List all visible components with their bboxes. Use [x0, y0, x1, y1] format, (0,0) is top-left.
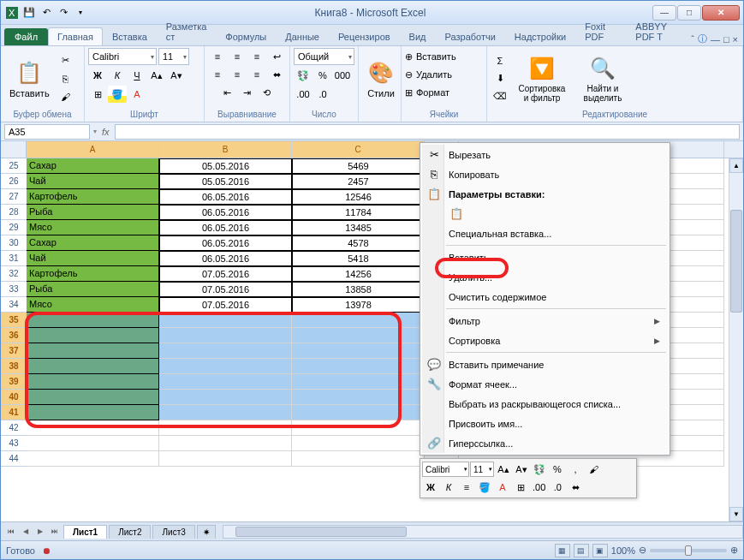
- cell[interactable]: [27, 451, 159, 467]
- view-normal-icon[interactable]: ▦: [555, 544, 570, 557]
- redo-icon[interactable]: ↷: [56, 5, 71, 21]
- font-size-combo[interactable]: 11: [158, 48, 189, 65]
- cell[interactable]: [27, 328, 159, 343]
- cell[interactable]: [159, 313, 292, 328]
- cell[interactable]: Чай: [27, 174, 159, 189]
- font-grow-icon[interactable]: A▴: [147, 67, 166, 84]
- cell[interactable]: [159, 451, 292, 467]
- mini-percent-icon[interactable]: %: [549, 461, 566, 478]
- row-header-36[interactable]: 36: [1, 328, 27, 343]
- ctx-filter[interactable]: Фильтр▶: [422, 311, 668, 331]
- indent-dec-icon[interactable]: ⇤: [218, 84, 237, 101]
- ctx-sort[interactable]: Сортировка▶: [422, 331, 668, 350]
- mini-color-icon[interactable]: A: [494, 479, 511, 496]
- doc-minimize-icon[interactable]: —: [711, 34, 720, 45]
- cell[interactable]: [292, 328, 425, 343]
- tab-view[interactable]: Вид: [400, 27, 436, 45]
- align-bot-icon[interactable]: ≡: [247, 48, 266, 65]
- insert-cells-button[interactable]: ⊕Вставить: [405, 48, 483, 65]
- sheet-tab-3[interactable]: Лист3: [152, 525, 194, 539]
- cell[interactable]: [27, 359, 159, 374]
- mini-border-icon[interactable]: ⊞: [512, 479, 529, 496]
- mini-italic-icon[interactable]: К: [440, 479, 457, 496]
- col-header-C[interactable]: C: [292, 141, 425, 158]
- ctx-insert[interactable]: Вставить...: [422, 247, 668, 267]
- underline-icon[interactable]: Ч: [128, 67, 146, 84]
- macro-record-icon[interactable]: ⏺: [42, 545, 51, 556]
- cell[interactable]: [159, 343, 292, 359]
- zoom-slider[interactable]: [650, 549, 727, 552]
- tab-data[interactable]: Данные: [276, 27, 329, 45]
- autosum-icon[interactable]: Σ: [491, 52, 509, 69]
- formula-input[interactable]: [115, 124, 740, 140]
- cell[interactable]: [292, 359, 425, 374]
- font-name-combo[interactable]: Calibri: [88, 48, 157, 65]
- mini-size-combo[interactable]: 11: [470, 462, 494, 477]
- select-all-corner[interactable]: [1, 141, 27, 158]
- sheet-prev-icon[interactable]: ◀: [19, 525, 33, 539]
- currency-icon[interactable]: 💱: [294, 67, 312, 84]
- ctx-delete[interactable]: Удалить...: [422, 267, 668, 287]
- cell[interactable]: [159, 390, 292, 405]
- row-header-26[interactable]: 26: [1, 174, 27, 189]
- merge-icon[interactable]: ⬌: [267, 66, 286, 83]
- align-top-icon[interactable]: ≡: [208, 48, 227, 65]
- mini-grow-icon[interactable]: A▴: [495, 461, 512, 478]
- cell[interactable]: Картофель: [27, 189, 159, 205]
- comma-icon[interactable]: 000: [333, 67, 352, 84]
- find-select-button[interactable]: 🔍 Найти и выделить: [574, 53, 631, 104]
- help-icon[interactable]: ⓘ: [698, 33, 707, 45]
- cell[interactable]: [159, 374, 292, 390]
- wrap-text-icon[interactable]: ↩: [267, 48, 286, 65]
- row-header-29[interactable]: 29: [1, 220, 27, 235]
- mini-bold-icon[interactable]: Ж: [422, 479, 439, 496]
- scroll-thumb[interactable]: [730, 210, 742, 313]
- col-header-A[interactable]: A: [27, 141, 159, 158]
- row-header-41[interactable]: 41: [1, 405, 27, 420]
- cell[interactable]: Сахар: [27, 235, 159, 251]
- percent-icon[interactable]: %: [313, 67, 332, 84]
- cell[interactable]: [159, 328, 292, 343]
- cell[interactable]: [292, 374, 425, 390]
- tab-formulas[interactable]: Формулы: [216, 27, 276, 45]
- zoom-level[interactable]: 100%: [611, 545, 635, 556]
- inc-decimal-icon[interactable]: .00: [294, 86, 312, 103]
- row-header-27[interactable]: 27: [1, 189, 27, 205]
- view-break-icon[interactable]: ▣: [592, 544, 608, 557]
- cell[interactable]: [27, 390, 159, 405]
- fill-color-icon[interactable]: 🪣: [108, 86, 127, 103]
- sort-filter-button[interactable]: 🔽 Сортировка и фильтр: [511, 53, 573, 104]
- row-header-30[interactable]: 30: [1, 235, 27, 251]
- cell[interactable]: [292, 390, 425, 405]
- vertical-scrollbar[interactable]: ▲ ▼: [729, 158, 743, 521]
- sheet-next-icon[interactable]: ▶: [33, 525, 47, 539]
- align-right-icon[interactable]: ≡: [247, 66, 266, 83]
- border-icon[interactable]: ⊞: [88, 86, 107, 103]
- cell[interactable]: 13485: [292, 220, 425, 235]
- cell[interactable]: 06.05.2016: [159, 205, 292, 220]
- mini-inc-dec-icon[interactable]: .00: [530, 479, 548, 496]
- ctx-cut[interactable]: ✂Вырезать: [422, 145, 668, 164]
- align-mid-icon[interactable]: ≡: [228, 48, 247, 65]
- bold-icon[interactable]: Ж: [88, 67, 107, 84]
- cell[interactable]: [27, 420, 159, 436]
- cell[interactable]: 13858: [292, 282, 425, 297]
- row-header-40[interactable]: 40: [1, 390, 27, 405]
- ctx-copy[interactable]: ⎘Копировать: [422, 164, 668, 184]
- align-left-icon[interactable]: ≡: [208, 66, 227, 83]
- row-header-35[interactable]: 35: [1, 313, 27, 328]
- cell[interactable]: [27, 405, 159, 420]
- mini-comma-icon[interactable]: ,: [567, 461, 584, 478]
- row-header-44[interactable]: 44: [1, 451, 27, 467]
- row-header-37[interactable]: 37: [1, 343, 27, 359]
- save-icon[interactable]: 💾: [21, 5, 37, 21]
- ctx-define-name[interactable]: Присвоить имя...: [422, 414, 668, 433]
- ctx-paste-default[interactable]: 📋: [422, 204, 668, 223]
- cell[interactable]: 13978: [292, 297, 425, 313]
- cell[interactable]: 07.05.2016: [159, 282, 292, 297]
- cell[interactable]: [292, 343, 425, 359]
- cell[interactable]: [27, 374, 159, 390]
- mini-dec-dec-icon[interactable]: .0: [549, 479, 566, 496]
- tab-review[interactable]: Рецензиров: [329, 27, 400, 45]
- sheet-last-icon[interactable]: ⏭: [48, 525, 62, 539]
